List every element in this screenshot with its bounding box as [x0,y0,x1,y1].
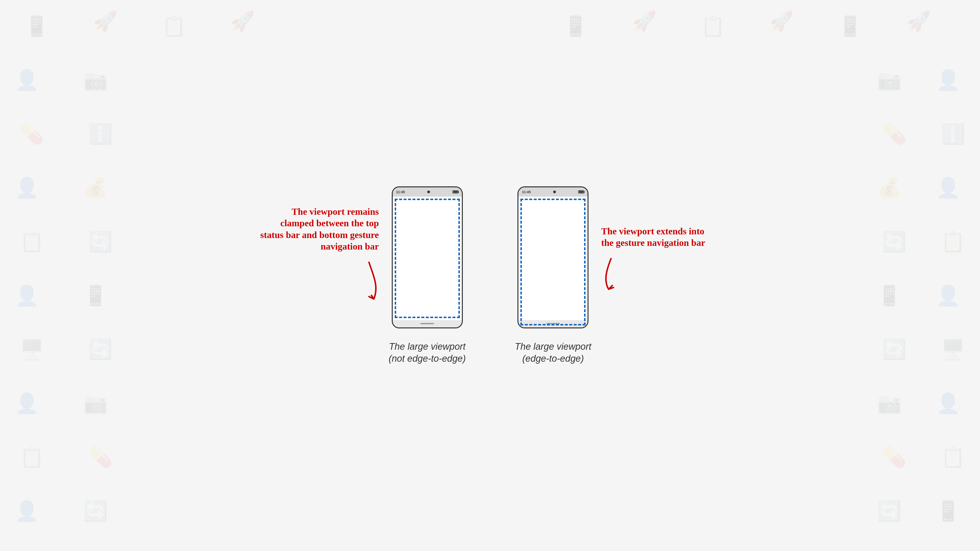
caption-line1-right: The large viewport [515,341,592,353]
caption-line2-right: (edge-to-edge) [515,353,592,365]
caption-line2-left: (not edge-to-edge) [388,353,466,365]
time-right: 11:45 [522,190,531,194]
main-content: The viewport remains clamped between the… [0,0,980,551]
phones-area: The viewport remains clamped between the… [388,186,591,365]
battery-left [452,190,458,194]
viewport-e2e [519,197,587,320]
phone-frame-not-e2e: 11:45 [392,186,463,329]
camera-dot-left [427,191,430,193]
left-arrow [296,257,379,306]
battery-right [578,190,584,194]
left-annotation: The viewport remains clamped between the… [256,206,379,306]
caption-line1-left: The large viewport [388,341,466,353]
gesture-pill-left [420,323,434,324]
phone-frame-e2e: 11:45 [517,186,589,329]
phone-edge-to-edge-wrapper: The viewport extends into the gesture na… [515,186,592,365]
time-left: 11:45 [396,190,405,194]
annotation-text-right: The viewport extends into the gesture na… [601,225,714,249]
viewport-not-e2e [393,197,462,320]
dashed-border-not-e2e [395,198,460,318]
caption-not-e2e: The large viewport (not edge-to-edge) [388,341,466,365]
annotation-text-left: The viewport remains clamped between the… [256,206,379,252]
gesture-bar-left [393,320,462,327]
status-bar-right: 11:45 [519,187,587,197]
status-bar-left: 11:45 [393,187,462,197]
right-annotation: The viewport extends into the gesture na… [601,225,714,293]
right-arrow [601,254,684,293]
camera-dot-right [553,191,556,193]
phone-not-edge-to-edge-wrapper: The viewport remains clamped between the… [388,186,466,365]
caption-e2e: The large viewport (edge-to-edge) [515,341,592,365]
dashed-border-e2e [520,198,585,326]
